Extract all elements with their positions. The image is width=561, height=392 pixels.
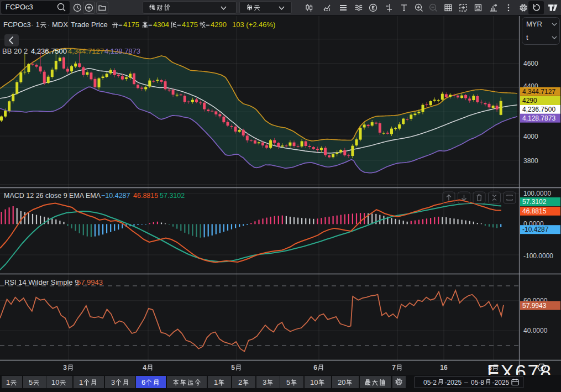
svg-text:·: · <box>31 20 33 29</box>
svg-text:4,344.7127: 4,344.7127 <box>522 88 555 96</box>
svg-text:4175: 4175 <box>123 20 139 29</box>
svg-text:1: 1 <box>51 378 55 386</box>
svg-text:05-2: 05-2 <box>423 379 437 386</box>
svg-text:1: 1 <box>214 378 218 386</box>
svg-text:6: 6 <box>141 378 145 386</box>
svg-text:57.9943: 57.9943 <box>77 278 103 286</box>
svg-text:0: 0 <box>55 378 59 386</box>
svg-text:=: = <box>177 20 181 29</box>
svg-text:57.9943: 57.9943 <box>522 302 547 310</box>
svg-text:6: 6 <box>313 364 317 372</box>
svg-text:4,344.7127: 4,344.7127 <box>68 47 104 55</box>
svg-text:05-8: 05-8 <box>471 379 484 386</box>
svg-text:0: 0 <box>342 378 345 386</box>
svg-text:MDX: MDX <box>52 20 68 29</box>
svg-text:5: 5 <box>286 378 290 386</box>
svg-text:=: = <box>118 20 123 29</box>
svg-text:4,128.7873: 4,128.7873 <box>522 114 555 122</box>
svg-text:1: 1 <box>36 20 40 29</box>
svg-text:57.3102: 57.3102 <box>160 192 185 200</box>
svg-text:4175: 4175 <box>182 20 198 29</box>
svg-text:4000: 4000 <box>523 133 538 140</box>
svg-text:3: 3 <box>263 378 266 386</box>
svg-text:3800: 3800 <box>523 157 538 165</box>
svg-text:MYR: MYR <box>526 20 542 28</box>
svg-text:−10.4287: −10.4287 <box>101 192 130 200</box>
svg-text:40.0000: 40.0000 <box>523 327 548 334</box>
svg-text:4600: 4600 <box>523 60 538 67</box>
svg-text:4,236.7500: 4,236.7500 <box>31 47 67 55</box>
svg-text:4: 4 <box>143 364 146 372</box>
svg-text:2: 2 <box>238 378 242 386</box>
svg-text:4,236.7500: 4,236.7500 <box>522 106 555 113</box>
svg-text:5: 5 <box>231 364 235 372</box>
svg-text:2: 2 <box>338 378 342 386</box>
svg-text:1: 1 <box>79 378 83 386</box>
svg-text:FCPOc3: FCPOc3 <box>3 20 31 29</box>
svg-text:3: 3 <box>111 378 115 386</box>
svg-text:·: · <box>66 20 69 29</box>
svg-text:46.8815: 46.8815 <box>522 207 547 215</box>
svg-text:-2025: -2025 <box>492 379 510 386</box>
svg-text:1: 1 <box>6 378 10 386</box>
svg-text:16: 16 <box>440 364 448 372</box>
svg-text:4290: 4290 <box>211 20 227 29</box>
svg-text:-2025: -2025 <box>445 379 462 386</box>
svg-text:0: 0 <box>314 378 318 386</box>
svg-text:57.3102: 57.3102 <box>522 198 547 206</box>
svg-text:5: 5 <box>29 378 33 386</box>
svg-text:3: 3 <box>63 364 67 372</box>
svg-text:1: 1 <box>310 378 314 386</box>
svg-text:103 (+2.46%): 103 (+2.46%) <box>232 20 275 29</box>
svg-text:MACD 12 26 close 9 EMA EMA: MACD 12 26 close 9 EMA EMA <box>4 192 101 200</box>
svg-text:–: – <box>464 379 468 386</box>
svg-text:46.8815: 46.8815 <box>133 192 158 200</box>
svg-text:BB 20 2: BB 20 2 <box>2 47 28 55</box>
svg-text:=: = <box>206 20 210 29</box>
svg-text:4,128.7873: 4,128.7873 <box>104 47 140 55</box>
svg-text:-100.0000: -100.0000 <box>523 252 553 260</box>
svg-text:Trade Price: Trade Price <box>71 20 108 29</box>
svg-text:4290: 4290 <box>522 97 537 104</box>
svg-text:RSI 14 Wilder Simple 9: RSI 14 Wilder Simple 9 <box>4 278 78 286</box>
svg-text:-10.4287: -10.4287 <box>522 226 549 233</box>
svg-text:4304: 4304 <box>153 20 169 29</box>
svg-text:=: = <box>148 20 153 29</box>
svg-text:·: · <box>48 20 50 29</box>
svg-text:7: 7 <box>392 364 396 372</box>
svg-text:t: t <box>526 33 528 41</box>
svg-text:100.0000: 100.0000 <box>523 190 551 197</box>
